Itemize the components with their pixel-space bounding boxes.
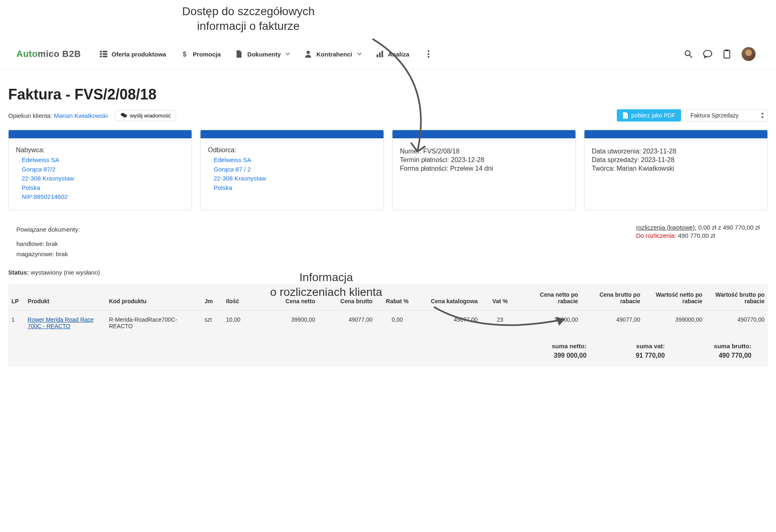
settle-to-label: Do rozliczenia: [636, 232, 678, 239]
cell-grossafter: 49077,00 [581, 310, 643, 335]
related-docs: Powiązane dokumenty: handlowe: brak maga… [16, 223, 351, 261]
cell-lp: 1 [8, 310, 25, 335]
total-gross: suma brutto: 490 770,00 [714, 343, 751, 359]
total-net-label: suma netto: [552, 343, 587, 349]
logo-auto: Auto [16, 49, 38, 59]
svg-rect-4 [103, 53, 107, 55]
svg-point-12 [428, 53, 429, 55]
settle-label[interactable]: rozliczenia (kwotowe): [636, 224, 697, 231]
care-label-text: Opiekun klienta: [8, 112, 54, 119]
nav-docs-label: Dokumenty [247, 51, 281, 58]
th-gross: Cena brutto [318, 284, 376, 311]
send-message-button[interactable]: wyślij wiadomość [115, 110, 176, 121]
chevron-down-icon [357, 53, 361, 55]
settle-value: 0,00 zł z 490 770,00 zł [697, 224, 760, 231]
care-name-link[interactable]: Marian Kwiatkowski [54, 112, 108, 119]
svg-rect-8 [377, 54, 378, 57]
th-lp: LP [8, 284, 25, 311]
svg-text:$: $ [183, 51, 186, 58]
th-jm: Jm [201, 284, 223, 311]
card-doc: Numer: FVS/2/08/18 Termin płatności: 202… [392, 130, 576, 210]
buyer-addr1: Gorąca 87/2 [22, 166, 56, 173]
cell-code: R-Merida-RoadRace700C-REACTO [106, 310, 201, 335]
settlement: rozliczenia (kwotowe): 0,00 zł z 490 770… [636, 223, 760, 261]
cell-netafter: 39900,00 [519, 310, 582, 335]
th-qty: Ilość [223, 284, 261, 311]
search-icon[interactable] [684, 50, 693, 59]
nav-more[interactable] [424, 49, 433, 59]
svg-rect-10 [381, 51, 383, 57]
cell-valnetafter: 399000,00 [643, 310, 706, 335]
cell-valgrossafter: 490770,00 [706, 310, 768, 335]
svg-rect-17 [724, 50, 730, 58]
recipient-name[interactable]: Edelweiss SA [214, 156, 251, 163]
dollar-icon: $ [180, 50, 189, 58]
svg-point-14 [685, 51, 690, 56]
nav-partners-label: Kontrahenci [316, 51, 352, 58]
nav-analysis[interactable]: Analiza [376, 50, 410, 58]
date-created: Data utworzenia: 2023-11-28 [592, 148, 760, 155]
navbar: Automico B2B Oferta produktowa $ Promocj… [0, 39, 776, 70]
page-title: Faktura - FVS/2/08/18 [8, 86, 768, 103]
grid-icon [99, 50, 108, 58]
file-icon [623, 112, 628, 119]
buyer-addr2: 22-308 Krasnystaw [22, 175, 74, 182]
th-product: Produkt [25, 284, 106, 311]
card-recipient: Odbiorca: Edelweiss SA Gorąca 87 / 2 22-… [200, 130, 384, 210]
more-vert-icon [428, 50, 429, 58]
cell-catalog: 49077,00 [419, 310, 481, 335]
buyer-name[interactable]: Edelweiss SA [22, 156, 59, 163]
svg-point-7 [307, 51, 310, 54]
th-valnetafter: Wartość netto po rabacie [643, 284, 706, 311]
download-pdf-label: pobierz jako PDF [632, 112, 675, 119]
svg-rect-0 [100, 51, 102, 52]
svg-point-20 [123, 114, 127, 117]
th-vat: Vat % [481, 284, 519, 311]
download-pdf-button[interactable]: pobierz jako PDF [617, 109, 681, 122]
status-line: Status: wystawiony (nie wysłano) [0, 265, 776, 284]
table-row: 1 Rower Merida Road Race 700C - REACTO R… [8, 310, 768, 335]
invoice-table-wrap: LP Produkt Kod produktu Jm Ilość Cena ne… [0, 284, 776, 367]
total-vat-label: suma vat: [636, 343, 665, 349]
recipient-addr2: 22-308 Krasnystaw [214, 175, 266, 182]
th-grossafter: Cena brutto po rabacie [581, 284, 643, 311]
right-actions: pobierz jako PDF Faktura Sprzedaży [617, 109, 768, 122]
doc-type-select[interactable]: Faktura Sprzedaży [686, 109, 768, 122]
svg-point-11 [428, 50, 429, 52]
logo-b2b: B2B [62, 49, 81, 59]
recipient-addr1: Gorąca 87 / 2 [214, 166, 251, 173]
related-stock: magazynowe: brak [16, 250, 351, 257]
cell-rebate: 0,00 [376, 310, 419, 335]
annotation-top: Dostęp do szczegółowych informacji o fak… [182, 4, 315, 34]
document-icon [235, 50, 243, 58]
product-link[interactable]: Rower Merida Road Race 700C - REACTO [28, 316, 94, 329]
th-netafter: Cena netto po rabacie [519, 284, 582, 311]
svg-rect-9 [379, 52, 381, 57]
svg-line-15 [690, 55, 692, 58]
clipboard-icon[interactable] [722, 50, 731, 59]
total-net: suma netto: 399 000,00 [552, 343, 587, 359]
nav-analysis-label: Analiza [388, 51, 410, 58]
nav-partners[interactable]: Kontrahenci [304, 50, 361, 58]
total-gross-label: suma brutto: [714, 343, 751, 349]
nav-docs[interactable]: Dokumenty [235, 50, 290, 58]
totals: suma netto: 399 000,00 suma vat: 91 770,… [8, 335, 768, 367]
svg-point-16 [704, 50, 712, 57]
cards: Nabywca: Edelweiss SA Gorąca 87/2 22-308… [0, 130, 776, 210]
related-title: Powiązane dokumenty: [16, 226, 351, 233]
doc-due: Termin płatności: 2023-12-28 [400, 156, 568, 164]
th-catalog: Cena katalogowa [419, 284, 481, 311]
logo[interactable]: Automico B2B [16, 49, 81, 59]
doc-type-value: Faktura Sprzedaży [690, 112, 739, 119]
user-icon [304, 50, 312, 58]
date-author: Twórca: Marian Kwiatkowski [592, 165, 760, 172]
th-rebate: Rabat % [376, 284, 419, 311]
svg-rect-18 [725, 50, 729, 51]
nav-promo[interactable]: $ Promocja [180, 50, 221, 58]
nav-offer[interactable]: Oferta produktowa [99, 50, 166, 58]
page-header: Faktura - FVS/2/08/18 [0, 70, 776, 109]
avatar[interactable] [742, 47, 756, 61]
chat-icon[interactable] [703, 50, 712, 59]
related-trade: handlowe: brak [16, 240, 351, 247]
nav-offer-label: Oferta produktowa [112, 51, 166, 58]
